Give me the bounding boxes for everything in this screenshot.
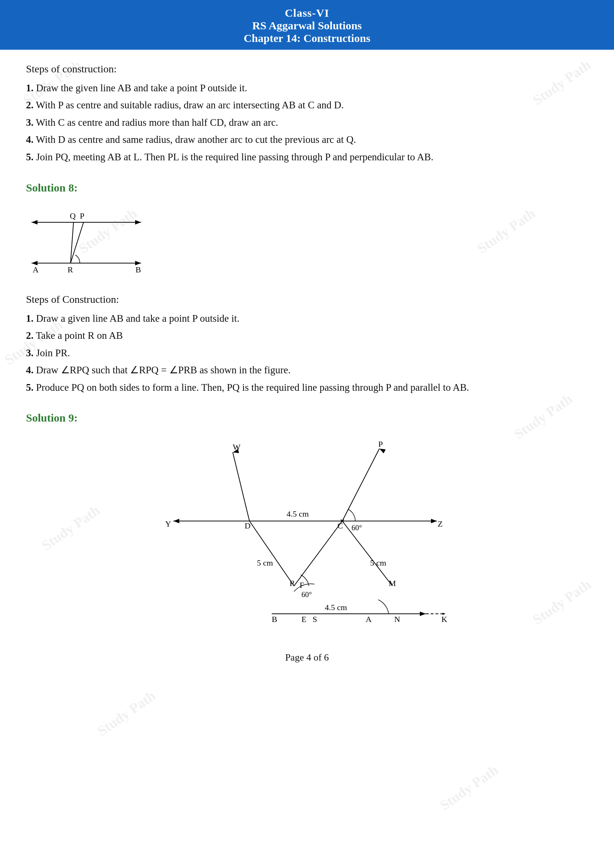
- svg-text:B: B: [272, 615, 277, 624]
- svg-text:C: C: [338, 521, 343, 530]
- diagram9-svg: Y D C Z 4.5 cm W P 60°: [162, 432, 452, 632]
- step-num: 3.: [26, 117, 33, 128]
- step-sol7-5: 5. Join PQ, meeting AB at L. Then PL is …: [26, 149, 588, 166]
- watermark-10: Study Path: [437, 761, 501, 814]
- page-number: Page 4 of 6: [285, 652, 329, 663]
- svg-text:B: B: [135, 265, 141, 274]
- svg-text:M: M: [389, 578, 396, 588]
- svg-text:A: A: [366, 615, 372, 624]
- svg-text:Y: Y: [165, 519, 171, 529]
- svg-text:A: A: [33, 265, 39, 274]
- step-num: 5.: [26, 382, 33, 393]
- step-num: 4.: [26, 364, 33, 375]
- svg-line-31: [294, 521, 342, 586]
- svg-text:S: S: [313, 615, 317, 624]
- step-sol7-2: 2. With P as centre and suitable radius,…: [26, 97, 588, 113]
- step-num: 2.: [26, 330, 33, 341]
- svg-line-17: [342, 449, 379, 521]
- step-text: Join PQ, meeting AB at L. Then PL is the…: [36, 151, 434, 163]
- step-text: With C as centre and radius more than ha…: [36, 117, 278, 128]
- svg-line-15: [233, 453, 250, 521]
- diagram9-container: Y D C Z 4.5 cm W P 60°: [26, 432, 588, 632]
- svg-text:D: D: [245, 521, 251, 530]
- svg-text:N: N: [394, 615, 400, 624]
- step-text: Produce PQ on both sides to form a line.…: [36, 382, 469, 393]
- solution8-heading: Solution 8:: [26, 179, 588, 197]
- step-sol8-4: 4. Draw ∠RPQ such that ∠RPQ = ∠PRB as sh…: [26, 362, 588, 378]
- svg-text:4.5 cm: 4.5 cm: [325, 603, 347, 612]
- svg-line-30: [250, 521, 294, 586]
- diagram8-svg: Q P A R B: [26, 202, 160, 280]
- svg-text:P: P: [80, 211, 84, 220]
- steps-title-sol8: Steps of Construction:: [26, 291, 588, 308]
- svg-text:4.5 cm: 4.5 cm: [287, 509, 309, 518]
- header-title: RS Aggarwal Solutions: [0, 19, 614, 32]
- svg-line-4: [71, 222, 73, 263]
- step-num: 5.: [26, 151, 33, 163]
- svg-text:R: R: [68, 265, 73, 274]
- page-footer: Page 4 of 6: [0, 650, 614, 665]
- step-sol7-3: 3. With C as centre and radius more than…: [26, 114, 588, 131]
- svg-text:Q: Q: [70, 211, 76, 220]
- svg-text:Z: Z: [438, 519, 442, 529]
- step-num: 1.: [26, 82, 33, 93]
- step-sol8-2: 2. Take a point R on AB: [26, 327, 588, 344]
- step-text: Draw a given line AB and take a point P …: [36, 313, 239, 324]
- step-num: 2.: [26, 99, 33, 111]
- diagram8-container: Q P A R B: [26, 202, 588, 285]
- svg-text:R: R: [290, 578, 295, 588]
- step-text: With D as centre and same radius, draw a…: [36, 134, 357, 145]
- svg-line-38: [342, 521, 392, 586]
- page-content: Steps of construction: 1. Draw the given…: [0, 50, 614, 676]
- page-header: Class-VI RS Aggarwal Solutions Chapter 1…: [0, 0, 614, 50]
- header-chapter: Chapter 14: Constructions: [0, 32, 614, 45]
- step-text: With P as centre and suitable radius, dr…: [36, 99, 344, 111]
- svg-text:5 cm: 5 cm: [370, 558, 386, 567]
- svg-line-3: [71, 222, 84, 263]
- step-sol7-4: 4. With D as centre and same radius, dra…: [26, 131, 588, 148]
- watermark-9: Study Path: [94, 687, 158, 739]
- step-text: Draw the given line AB and take a point …: [36, 82, 247, 93]
- step-num: 4.: [26, 134, 33, 145]
- svg-text:E: E: [301, 615, 306, 624]
- step-sol7-1: 1. Draw the given line AB and take a poi…: [26, 80, 588, 96]
- steps-title-sol7: Steps of construction:: [26, 61, 588, 78]
- step-text: Take a point R on AB: [36, 330, 123, 341]
- step-text: Draw ∠RPQ such that ∠RPQ = ∠PRB as shown…: [36, 364, 291, 375]
- svg-text:K: K: [441, 615, 447, 624]
- step-sol8-1: 1. Draw a given line AB and take a point…: [26, 310, 588, 327]
- step-num: 3.: [26, 347, 33, 358]
- svg-text:60°: 60°: [352, 524, 362, 532]
- step-num: 1.: [26, 313, 33, 324]
- svg-text:5 cm: 5 cm: [257, 558, 273, 567]
- header-class: Class-VI: [0, 7, 614, 19]
- solution9-heading: Solution 9:: [26, 409, 588, 427]
- svg-text:P: P: [378, 439, 383, 449]
- svg-text:W: W: [233, 442, 240, 452]
- step-sol8-5: 5. Produce PQ on both sides to form a li…: [26, 379, 588, 396]
- svg-text:60°: 60°: [301, 591, 312, 598]
- step-sol8-3: 3. Join PR.: [26, 345, 588, 361]
- step-text: Join PR.: [36, 347, 70, 358]
